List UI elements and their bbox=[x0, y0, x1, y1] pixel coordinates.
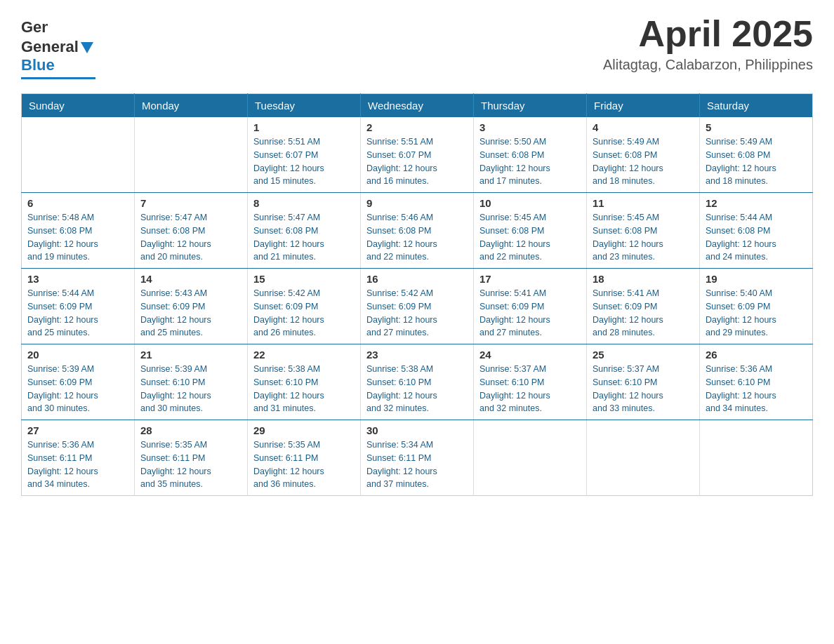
calendar-header: SundayMondayTuesdayWednesdayThursdayFrid… bbox=[22, 94, 813, 118]
day-number: 15 bbox=[253, 273, 355, 285]
svg-marker-1 bbox=[81, 42, 93, 53]
calendar-cell: 8Sunrise: 5:47 AM Sunset: 6:08 PM Daylig… bbox=[248, 193, 361, 269]
calendar-cell: 11Sunrise: 5:45 AM Sunset: 6:08 PM Dayli… bbox=[587, 193, 700, 269]
day-number: 30 bbox=[366, 424, 468, 436]
calendar-cell bbox=[587, 420, 700, 496]
day-info: Sunrise: 5:38 AM Sunset: 6:10 PM Dayligh… bbox=[253, 363, 355, 415]
day-number: 19 bbox=[706, 273, 807, 285]
calendar-cell: 22Sunrise: 5:38 AM Sunset: 6:10 PM Dayli… bbox=[248, 344, 361, 420]
day-number: 21 bbox=[140, 349, 241, 361]
calendar-cell: 24Sunrise: 5:37 AM Sunset: 6:10 PM Dayli… bbox=[474, 344, 587, 420]
day-info: Sunrise: 5:47 AM Sunset: 6:08 PM Dayligh… bbox=[140, 211, 241, 264]
calendar-body: 1Sunrise: 5:51 AM Sunset: 6:07 PM Daylig… bbox=[22, 117, 813, 496]
day-number: 2 bbox=[366, 121, 468, 133]
calendar-cell: 16Sunrise: 5:42 AM Sunset: 6:09 PM Dayli… bbox=[361, 269, 474, 344]
logo-triangle-icon bbox=[79, 39, 95, 55]
calendar-cell: 27Sunrise: 5:36 AM Sunset: 6:11 PM Dayli… bbox=[22, 420, 135, 496]
day-number: 25 bbox=[593, 349, 694, 361]
day-number: 3 bbox=[479, 121, 581, 133]
calendar-cell: 7Sunrise: 5:47 AM Sunset: 6:08 PM Daylig… bbox=[135, 193, 248, 269]
day-info: Sunrise: 5:38 AM Sunset: 6:10 PM Dayligh… bbox=[366, 363, 468, 415]
day-info: Sunrise: 5:42 AM Sunset: 6:09 PM Dayligh… bbox=[253, 287, 355, 340]
day-number: 5 bbox=[706, 121, 807, 133]
day-info: Sunrise: 5:44 AM Sunset: 6:08 PM Dayligh… bbox=[706, 211, 807, 264]
logo-underline bbox=[21, 77, 95, 79]
calendar-cell: 30Sunrise: 5:34 AM Sunset: 6:11 PM Dayli… bbox=[361, 420, 474, 496]
page-subtitle: Alitagtag, Calabarzon, Philippines bbox=[603, 57, 813, 73]
calendar-cell: 12Sunrise: 5:44 AM Sunset: 6:08 PM Dayli… bbox=[700, 193, 813, 269]
day-info: Sunrise: 5:34 AM Sunset: 6:11 PM Dayligh… bbox=[366, 438, 468, 491]
day-number: 16 bbox=[366, 273, 468, 285]
day-number: 27 bbox=[27, 424, 128, 436]
day-number: 1 bbox=[253, 121, 355, 133]
calendar-cell: 17Sunrise: 5:41 AM Sunset: 6:09 PM Dayli… bbox=[474, 269, 587, 344]
calendar-cell bbox=[135, 117, 248, 193]
svg-text:General: General bbox=[21, 18, 48, 36]
day-number: 28 bbox=[140, 424, 241, 436]
day-info: Sunrise: 5:43 AM Sunset: 6:09 PM Dayligh… bbox=[140, 287, 241, 340]
header-day-thursday: Thursday bbox=[474, 94, 587, 118]
day-info: Sunrise: 5:46 AM Sunset: 6:08 PM Dayligh… bbox=[366, 211, 468, 264]
day-number: 8 bbox=[253, 197, 355, 209]
day-info: Sunrise: 5:36 AM Sunset: 6:11 PM Dayligh… bbox=[27, 438, 128, 491]
day-info: Sunrise: 5:50 AM Sunset: 6:08 PM Dayligh… bbox=[479, 135, 581, 188]
day-number: 10 bbox=[479, 197, 581, 209]
header-day-wednesday: Wednesday bbox=[361, 94, 474, 118]
calendar-cell: 13Sunrise: 5:44 AM Sunset: 6:09 PM Dayli… bbox=[22, 269, 135, 344]
day-number: 20 bbox=[27, 349, 128, 361]
day-number: 6 bbox=[27, 197, 128, 209]
calendar-cell: 23Sunrise: 5:38 AM Sunset: 6:10 PM Dayli… bbox=[361, 344, 474, 420]
day-number: 17 bbox=[479, 273, 581, 285]
day-info: Sunrise: 5:49 AM Sunset: 6:08 PM Dayligh… bbox=[593, 135, 694, 188]
calendar-cell: 26Sunrise: 5:36 AM Sunset: 6:10 PM Dayli… bbox=[700, 344, 813, 420]
day-info: Sunrise: 5:51 AM Sunset: 6:07 PM Dayligh… bbox=[366, 135, 468, 188]
calendar-cell: 18Sunrise: 5:41 AM Sunset: 6:09 PM Dayli… bbox=[587, 269, 700, 344]
logo-icon: General bbox=[21, 14, 48, 41]
day-info: Sunrise: 5:35 AM Sunset: 6:11 PM Dayligh… bbox=[140, 438, 241, 491]
logo: General General Blue bbox=[21, 14, 95, 79]
day-info: Sunrise: 5:47 AM Sunset: 6:08 PM Dayligh… bbox=[253, 211, 355, 264]
day-number: 12 bbox=[706, 197, 807, 209]
day-info: Sunrise: 5:37 AM Sunset: 6:10 PM Dayligh… bbox=[479, 363, 581, 415]
calendar-cell bbox=[22, 117, 135, 193]
week-row-3: 13Sunrise: 5:44 AM Sunset: 6:09 PM Dayli… bbox=[22, 269, 813, 344]
calendar-cell: 3Sunrise: 5:50 AM Sunset: 6:08 PM Daylig… bbox=[474, 117, 587, 193]
calendar-cell: 21Sunrise: 5:39 AM Sunset: 6:10 PM Dayli… bbox=[135, 344, 248, 420]
day-info: Sunrise: 5:44 AM Sunset: 6:09 PM Dayligh… bbox=[27, 287, 128, 340]
calendar-cell: 20Sunrise: 5:39 AM Sunset: 6:09 PM Dayli… bbox=[22, 344, 135, 420]
calendar-cell: 14Sunrise: 5:43 AM Sunset: 6:09 PM Dayli… bbox=[135, 269, 248, 344]
week-row-5: 27Sunrise: 5:36 AM Sunset: 6:11 PM Dayli… bbox=[22, 420, 813, 496]
day-info: Sunrise: 5:39 AM Sunset: 6:10 PM Dayligh… bbox=[140, 363, 241, 415]
day-info: Sunrise: 5:37 AM Sunset: 6:10 PM Dayligh… bbox=[593, 363, 694, 415]
calendar-table: SundayMondayTuesdayWednesdayThursdayFrid… bbox=[21, 93, 813, 496]
day-info: Sunrise: 5:40 AM Sunset: 6:09 PM Dayligh… bbox=[706, 287, 807, 340]
header-day-saturday: Saturday bbox=[700, 94, 813, 118]
header-day-sunday: Sunday bbox=[22, 94, 135, 118]
header-row: SundayMondayTuesdayWednesdayThursdayFrid… bbox=[22, 94, 813, 118]
logo-blue: Blue bbox=[21, 56, 55, 74]
title-section: April 2025 Alitagtag, Calabarzon, Philip… bbox=[603, 14, 813, 73]
day-info: Sunrise: 5:39 AM Sunset: 6:09 PM Dayligh… bbox=[27, 363, 128, 415]
calendar-cell: 15Sunrise: 5:42 AM Sunset: 6:09 PM Dayli… bbox=[248, 269, 361, 344]
header-day-tuesday: Tuesday bbox=[248, 94, 361, 118]
page-title: April 2025 bbox=[603, 14, 813, 54]
day-info: Sunrise: 5:45 AM Sunset: 6:08 PM Dayligh… bbox=[479, 211, 581, 264]
day-info: Sunrise: 5:36 AM Sunset: 6:10 PM Dayligh… bbox=[706, 363, 807, 415]
week-row-2: 6Sunrise: 5:48 AM Sunset: 6:08 PM Daylig… bbox=[22, 193, 813, 269]
day-info: Sunrise: 5:35 AM Sunset: 6:11 PM Dayligh… bbox=[253, 438, 355, 491]
day-number: 22 bbox=[253, 349, 355, 361]
calendar-cell: 5Sunrise: 5:49 AM Sunset: 6:08 PM Daylig… bbox=[700, 117, 813, 193]
calendar-cell bbox=[474, 420, 587, 496]
calendar-cell: 25Sunrise: 5:37 AM Sunset: 6:10 PM Dayli… bbox=[587, 344, 700, 420]
day-number: 24 bbox=[479, 349, 581, 361]
day-number: 18 bbox=[593, 273, 694, 285]
calendar-cell bbox=[700, 420, 813, 496]
day-number: 11 bbox=[593, 197, 694, 209]
calendar-cell: 1Sunrise: 5:51 AM Sunset: 6:07 PM Daylig… bbox=[248, 117, 361, 193]
calendar-cell: 19Sunrise: 5:40 AM Sunset: 6:09 PM Dayli… bbox=[700, 269, 813, 344]
day-number: 7 bbox=[140, 197, 241, 209]
day-info: Sunrise: 5:49 AM Sunset: 6:08 PM Dayligh… bbox=[706, 135, 807, 188]
day-number: 23 bbox=[366, 349, 468, 361]
calendar-cell: 9Sunrise: 5:46 AM Sunset: 6:08 PM Daylig… bbox=[361, 193, 474, 269]
day-number: 4 bbox=[593, 121, 694, 133]
